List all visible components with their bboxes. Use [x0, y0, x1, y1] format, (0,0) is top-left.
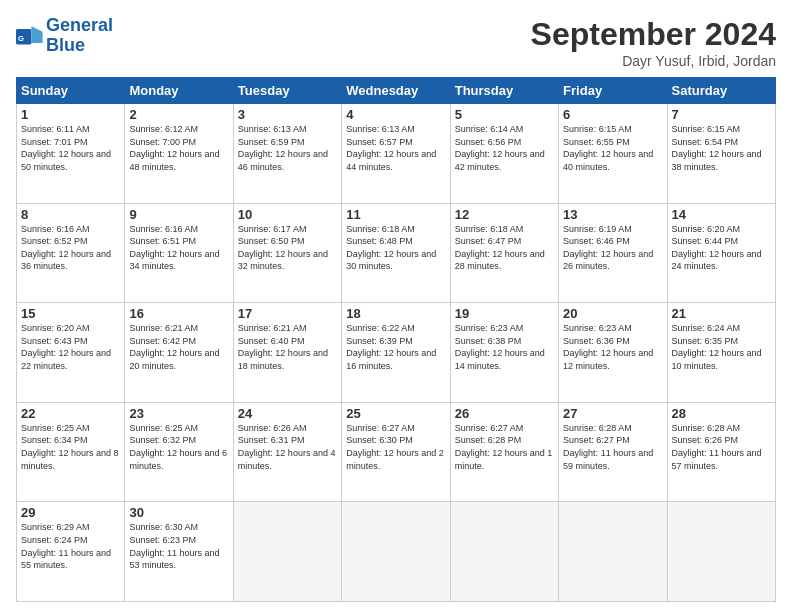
logo-icon: G [16, 22, 44, 50]
calendar-cell: 27Sunrise: 6:28 AMSunset: 6:27 PMDayligh… [559, 402, 667, 502]
day-info: Sunrise: 6:28 AMSunset: 6:26 PMDaylight:… [672, 422, 771, 472]
calendar-cell: 18Sunrise: 6:22 AMSunset: 6:39 PMDayligh… [342, 303, 450, 403]
weekday-header-row: SundayMondayTuesdayWednesdayThursdayFrid… [17, 78, 776, 104]
day-number: 17 [238, 306, 337, 321]
day-info: Sunrise: 6:21 AMSunset: 6:42 PMDaylight:… [129, 322, 228, 372]
day-number: 30 [129, 505, 228, 520]
day-number: 5 [455, 107, 554, 122]
day-info: Sunrise: 6:18 AMSunset: 6:48 PMDaylight:… [346, 223, 445, 273]
day-info: Sunrise: 6:29 AMSunset: 6:24 PMDaylight:… [21, 521, 120, 571]
calendar-cell: 26Sunrise: 6:27 AMSunset: 6:28 PMDayligh… [450, 402, 558, 502]
day-info: Sunrise: 6:13 AMSunset: 6:57 PMDaylight:… [346, 123, 445, 173]
calendar-cell [559, 502, 667, 602]
day-info: Sunrise: 6:19 AMSunset: 6:46 PMDaylight:… [563, 223, 662, 273]
day-info: Sunrise: 6:25 AMSunset: 6:32 PMDaylight:… [129, 422, 228, 472]
logo-blue: Blue [46, 35, 85, 55]
calendar-cell: 10Sunrise: 6:17 AMSunset: 6:50 PMDayligh… [233, 203, 341, 303]
calendar-cell: 4Sunrise: 6:13 AMSunset: 6:57 PMDaylight… [342, 104, 450, 204]
header: G General Blue September 2024 Dayr Yusuf… [16, 16, 776, 69]
calendar-cell: 21Sunrise: 6:24 AMSunset: 6:35 PMDayligh… [667, 303, 775, 403]
calendar-week-row: 22Sunrise: 6:25 AMSunset: 6:34 PMDayligh… [17, 402, 776, 502]
calendar-cell [233, 502, 341, 602]
calendar-cell: 17Sunrise: 6:21 AMSunset: 6:40 PMDayligh… [233, 303, 341, 403]
calendar-cell: 11Sunrise: 6:18 AMSunset: 6:48 PMDayligh… [342, 203, 450, 303]
weekday-header-monday: Monday [125, 78, 233, 104]
day-info: Sunrise: 6:24 AMSunset: 6:35 PMDaylight:… [672, 322, 771, 372]
day-number: 10 [238, 207, 337, 222]
day-info: Sunrise: 6:11 AMSunset: 7:01 PMDaylight:… [21, 123, 120, 173]
day-number: 25 [346, 406, 445, 421]
calendar-cell: 16Sunrise: 6:21 AMSunset: 6:42 PMDayligh… [125, 303, 233, 403]
location: Dayr Yusuf, Irbid, Jordan [531, 53, 776, 69]
calendar-cell: 3Sunrise: 6:13 AMSunset: 6:59 PMDaylight… [233, 104, 341, 204]
day-number: 7 [672, 107, 771, 122]
calendar-cell: 19Sunrise: 6:23 AMSunset: 6:38 PMDayligh… [450, 303, 558, 403]
day-info: Sunrise: 6:23 AMSunset: 6:36 PMDaylight:… [563, 322, 662, 372]
svg-text:G: G [18, 34, 24, 43]
weekday-header-wednesday: Wednesday [342, 78, 450, 104]
day-number: 22 [21, 406, 120, 421]
day-info: Sunrise: 6:16 AMSunset: 6:52 PMDaylight:… [21, 223, 120, 273]
day-number: 12 [455, 207, 554, 222]
day-info: Sunrise: 6:16 AMSunset: 6:51 PMDaylight:… [129, 223, 228, 273]
day-info: Sunrise: 6:25 AMSunset: 6:34 PMDaylight:… [21, 422, 120, 472]
calendar-cell: 24Sunrise: 6:26 AMSunset: 6:31 PMDayligh… [233, 402, 341, 502]
day-info: Sunrise: 6:30 AMSunset: 6:23 PMDaylight:… [129, 521, 228, 571]
day-number: 4 [346, 107, 445, 122]
calendar-cell: 5Sunrise: 6:14 AMSunset: 6:56 PMDaylight… [450, 104, 558, 204]
calendar-cell: 23Sunrise: 6:25 AMSunset: 6:32 PMDayligh… [125, 402, 233, 502]
weekday-header-thursday: Thursday [450, 78, 558, 104]
day-info: Sunrise: 6:23 AMSunset: 6:38 PMDaylight:… [455, 322, 554, 372]
day-number: 14 [672, 207, 771, 222]
day-number: 26 [455, 406, 554, 421]
logo-text: General Blue [46, 16, 113, 56]
month-title: September 2024 [531, 16, 776, 53]
calendar-cell: 9Sunrise: 6:16 AMSunset: 6:51 PMDaylight… [125, 203, 233, 303]
calendar-cell [342, 502, 450, 602]
calendar-cell: 22Sunrise: 6:25 AMSunset: 6:34 PMDayligh… [17, 402, 125, 502]
calendar-cell: 15Sunrise: 6:20 AMSunset: 6:43 PMDayligh… [17, 303, 125, 403]
calendar-table: SundayMondayTuesdayWednesdayThursdayFrid… [16, 77, 776, 602]
weekday-header-tuesday: Tuesday [233, 78, 341, 104]
day-info: Sunrise: 6:26 AMSunset: 6:31 PMDaylight:… [238, 422, 337, 472]
day-info: Sunrise: 6:13 AMSunset: 6:59 PMDaylight:… [238, 123, 337, 173]
day-info: Sunrise: 6:15 AMSunset: 6:55 PMDaylight:… [563, 123, 662, 173]
day-number: 29 [21, 505, 120, 520]
calendar-cell: 8Sunrise: 6:16 AMSunset: 6:52 PMDaylight… [17, 203, 125, 303]
day-number: 23 [129, 406, 228, 421]
calendar-cell [450, 502, 558, 602]
day-info: Sunrise: 6:12 AMSunset: 7:00 PMDaylight:… [129, 123, 228, 173]
day-number: 16 [129, 306, 228, 321]
day-number: 13 [563, 207, 662, 222]
calendar-cell [667, 502, 775, 602]
svg-marker-1 [31, 26, 42, 43]
day-number: 15 [21, 306, 120, 321]
day-number: 28 [672, 406, 771, 421]
day-number: 19 [455, 306, 554, 321]
day-info: Sunrise: 6:18 AMSunset: 6:47 PMDaylight:… [455, 223, 554, 273]
day-info: Sunrise: 6:22 AMSunset: 6:39 PMDaylight:… [346, 322, 445, 372]
day-number: 21 [672, 306, 771, 321]
day-number: 8 [21, 207, 120, 222]
logo: G General Blue [16, 16, 113, 56]
calendar-cell: 6Sunrise: 6:15 AMSunset: 6:55 PMDaylight… [559, 104, 667, 204]
calendar-cell: 30Sunrise: 6:30 AMSunset: 6:23 PMDayligh… [125, 502, 233, 602]
calendar-cell: 13Sunrise: 6:19 AMSunset: 6:46 PMDayligh… [559, 203, 667, 303]
weekday-header-sunday: Sunday [17, 78, 125, 104]
calendar-week-row: 29Sunrise: 6:29 AMSunset: 6:24 PMDayligh… [17, 502, 776, 602]
title-block: September 2024 Dayr Yusuf, Irbid, Jordan [531, 16, 776, 69]
calendar-cell: 14Sunrise: 6:20 AMSunset: 6:44 PMDayligh… [667, 203, 775, 303]
day-info: Sunrise: 6:15 AMSunset: 6:54 PMDaylight:… [672, 123, 771, 173]
day-number: 27 [563, 406, 662, 421]
day-info: Sunrise: 6:17 AMSunset: 6:50 PMDaylight:… [238, 223, 337, 273]
day-number: 6 [563, 107, 662, 122]
day-info: Sunrise: 6:14 AMSunset: 6:56 PMDaylight:… [455, 123, 554, 173]
calendar-week-row: 15Sunrise: 6:20 AMSunset: 6:43 PMDayligh… [17, 303, 776, 403]
day-number: 20 [563, 306, 662, 321]
calendar-cell: 25Sunrise: 6:27 AMSunset: 6:30 PMDayligh… [342, 402, 450, 502]
day-info: Sunrise: 6:27 AMSunset: 6:30 PMDaylight:… [346, 422, 445, 472]
weekday-header-friday: Friday [559, 78, 667, 104]
calendar-cell: 2Sunrise: 6:12 AMSunset: 7:00 PMDaylight… [125, 104, 233, 204]
day-info: Sunrise: 6:27 AMSunset: 6:28 PMDaylight:… [455, 422, 554, 472]
day-info: Sunrise: 6:21 AMSunset: 6:40 PMDaylight:… [238, 322, 337, 372]
